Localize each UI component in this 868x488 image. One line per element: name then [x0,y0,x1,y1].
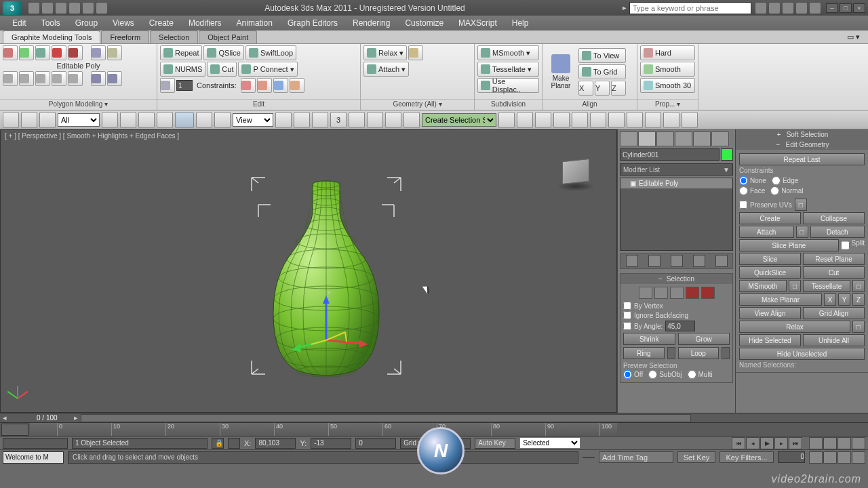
repeat-last-button[interactable]: Repeat Last [739,153,865,165]
nav-pan-icon[interactable] [809,451,823,464]
constraint-edge-radio[interactable] [772,176,781,185]
select-object-icon[interactable] [102,112,118,128]
by-angle-input[interactable] [665,321,695,331]
nav-orbit-icon[interactable] [823,451,837,464]
hard-button[interactable]: Hard [640,45,695,60]
menu-maxscript[interactable]: MAXScript [452,16,504,30]
to-grid-button[interactable]: To Grid [578,64,626,79]
constraint-face-button[interactable] [273,78,288,93]
menu-customize[interactable]: Customize [398,16,450,30]
relax-button-ep[interactable]: Relax [739,321,850,333]
menu-edit[interactable]: Edit [5,16,33,30]
msmooth-button[interactable]: MSmooth ▾ [477,45,539,60]
group-properties-label[interactable]: Prop... ▾ [637,99,698,110]
sel-vertex-icon[interactable] [639,287,652,299]
y-coord-input[interactable] [314,439,348,447]
scale-tool-icon[interactable] [214,112,231,128]
select-by-name-icon[interactable] [120,112,136,128]
auto-key-button[interactable]: Auto Key [475,438,515,449]
menu-modifiers[interactable]: Modifiers [182,16,229,30]
misc-btn-4[interactable] [52,71,66,86]
tessellate-settings[interactable]: □ [852,280,865,292]
grid-align-button[interactable]: Grid Align [803,307,865,319]
remove-modifier-icon[interactable] [693,255,705,267]
hide-selected-button[interactable]: Hide Selected [739,334,801,346]
split-checkbox[interactable] [841,239,850,251]
timeline-left-icon[interactable]: ◂ [0,413,9,422]
edit-spinner[interactable] [176,80,193,91]
manipulate-icon[interactable] [294,112,310,128]
preview-multi-radio[interactable] [688,370,696,379]
prev-frame-icon[interactable]: ◂ [746,437,760,449]
attach-button[interactable]: Attach ▾ [363,62,409,77]
ribbon-overflow-icon[interactable]: ▭ ▾ [842,30,865,43]
render-prod-icon[interactable] [663,112,679,128]
transform-type-icon[interactable] [228,438,240,449]
render-setup-icon[interactable] [608,112,625,128]
teapot-render-icon[interactable] [682,112,698,128]
ring-button[interactable]: Ring [623,347,665,359]
save-icon[interactable] [56,3,66,14]
window-crossing-icon[interactable] [157,112,173,128]
planar-y-button[interactable]: Y [838,293,850,306]
track-bar[interactable]: 0102030405060708090100 [30,423,617,436]
play-icon[interactable]: ▶ [760,437,774,449]
key-filters-button[interactable]: Key Filters... [719,451,774,463]
nav-zoom-icon[interactable] [809,437,823,449]
stack-editable-poly[interactable]: ▣Editable Poly [620,178,732,188]
z-coord-input[interactable] [359,439,393,447]
attach-button-ep[interactable]: Attach [739,226,794,238]
collapse-button[interactable]: Collapse [803,212,865,224]
msmooth-button-ep[interactable]: MSmooth [739,280,787,292]
angle-snap-icon[interactable] [349,112,365,128]
planar-x-button[interactable]: X [824,293,836,306]
constraint-edge-button[interactable] [257,78,272,93]
slice-button[interactable]: Slice [739,253,801,265]
pivot-icon[interactable] [275,112,292,128]
subobj-element-button[interactable] [68,45,83,60]
misc-btn-7[interactable] [107,71,122,86]
rotate-tool-icon[interactable] [196,112,212,128]
pin-stack-icon[interactable] [626,255,638,267]
unlink-icon[interactable] [21,112,37,128]
menu-animation[interactable]: Animation [230,16,279,30]
cp-utilities-tab-icon[interactable] [711,131,729,146]
configure-sets-icon[interactable] [715,255,728,267]
named-selection-set-select[interactable]: Create Selection Se [422,113,496,127]
subscription-icon[interactable] [769,3,780,14]
cp-motion-tab-icon[interactable] [675,131,692,146]
soft-selection-header[interactable]: Soft Selection [787,131,829,138]
attach-list-button[interactable]: □ [796,226,808,238]
open-icon[interactable] [42,3,53,14]
tessellate-button-ep[interactable]: Tessellate [803,280,850,292]
nurms-button[interactable]: NURMS [160,62,205,77]
nav-walk-icon[interactable] [837,451,851,464]
preview-button[interactable] [107,45,122,60]
misc-btn-5[interactable] [68,71,83,86]
msmooth-settings[interactable]: □ [789,280,801,292]
help-search-input[interactable] [629,2,751,14]
tab-graphite-modeling[interactable]: Graphite Modeling Tools [3,30,100,43]
subobj-edge-button[interactable] [19,45,34,60]
menu-tools[interactable]: Tools [35,16,67,30]
undo-icon[interactable] [69,3,80,14]
favorites-icon[interactable] [796,3,807,14]
by-angle-checkbox[interactable] [623,322,631,330]
tab-selection[interactable]: Selection [150,30,198,43]
cut-button[interactable]: Cut [207,62,237,77]
ignore-backfacing-checkbox[interactable] [623,311,631,319]
key-mode-select[interactable]: Selected [519,437,580,449]
modifier-list-dropdown[interactable]: Modifier List▼ [620,163,733,176]
align-z-button[interactable]: Z [611,81,626,96]
next-frame-icon[interactable]: ▸ [774,437,788,449]
curve-editor-icon[interactable] [553,112,570,128]
show-end-result-icon[interactable] [648,255,660,267]
menu-graph-editors[interactable]: Graph Editors [281,16,344,30]
tab-freeform[interactable]: Freeform [101,30,149,43]
menu-create[interactable]: Create [142,16,180,30]
qslice-button[interactable]: QSlice [203,45,243,60]
viewport-perspective[interactable]: [ + ] [ Perspective ] [ Smooth + Highlig… [0,129,617,413]
viewport-label[interactable]: [ + ] [ Perspective ] [ Smooth + Highlig… [5,132,179,140]
help-icon[interactable] [810,3,821,14]
goto-end-icon[interactable]: ⏭ [789,437,802,449]
